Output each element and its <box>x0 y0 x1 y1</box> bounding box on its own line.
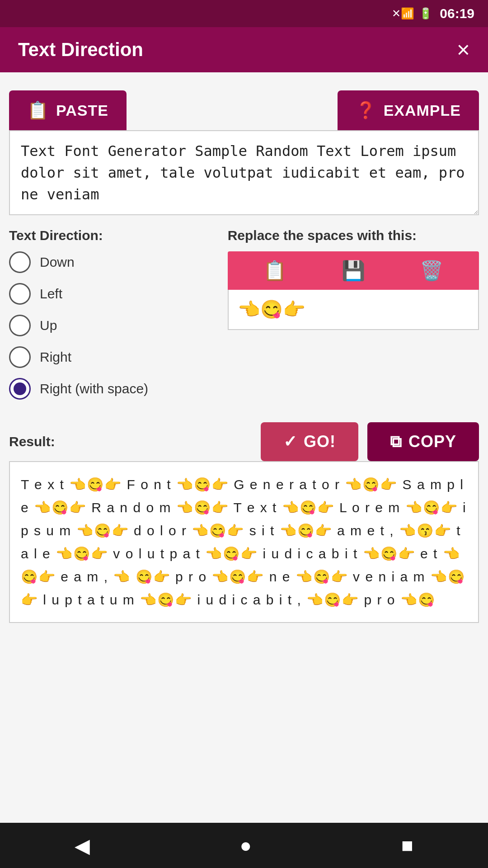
radio-label-right: Right <box>40 349 71 365</box>
status-bar: ✕📶 🔋 06:19 <box>0 0 488 27</box>
clipboard-icon[interactable]: 📋 <box>263 259 286 282</box>
status-time: 06:19 <box>440 6 474 21</box>
main-content: 📋 PASTE ❓ EXAMPLE Text Font Generator Sa… <box>0 72 488 823</box>
nav-bar: ◀ ● ■ <box>0 823 488 868</box>
top-bar: Text Direction × <box>0 27 488 72</box>
emoji-toolbar: 📋 💾 🗑️ <box>228 251 479 290</box>
replace-spaces-panel: Replace the spaces with this: 📋 💾 🗑️ 👈😋👉 <box>228 228 479 410</box>
go-label: GO! <box>304 432 336 451</box>
question-icon: ❓ <box>356 101 376 120</box>
radio-right[interactable]: Right <box>9 346 219 368</box>
radio-label-left: Left <box>40 286 62 302</box>
example-button[interactable]: ❓ EXAMPLE <box>338 90 479 130</box>
radio-circle-down <box>9 251 31 273</box>
radio-right-with-space[interactable]: Right (with space) <box>9 378 219 400</box>
result-area: T e x t 👈😋👉 F o n t 👈😋👉 G e n e r a t o … <box>9 461 479 623</box>
radio-down[interactable]: Down <box>9 251 219 273</box>
paste-button[interactable]: 📋 PASTE <box>9 90 127 130</box>
close-button[interactable]: × <box>457 38 470 61</box>
battery-icon: 🔋 <box>419 7 432 20</box>
back-nav-icon[interactable]: ◀ <box>75 834 90 857</box>
paste-label: PASTE <box>56 102 108 119</box>
text-direction-panel: Text Direction: Down Left Up Right <box>9 228 219 410</box>
replace-spaces-label: Replace the spaces with this: <box>228 228 479 243</box>
go-button[interactable]: ✓ GO! <box>261 422 358 461</box>
result-label: Result: <box>9 434 55 449</box>
page-title: Text Direction <box>18 39 143 61</box>
radio-label-right-with-space: Right (with space) <box>40 381 148 396</box>
status-icons: ✕📶 🔋 <box>392 7 432 20</box>
emoji-preview[interactable]: 👈😋👉 <box>228 290 479 330</box>
recent-nav-icon[interactable]: ■ <box>401 834 413 857</box>
save-icon[interactable]: 💾 <box>342 259 365 282</box>
radio-label-down: Down <box>40 255 75 270</box>
radio-circle-up <box>9 315 31 336</box>
example-label: EXAMPLE <box>384 102 461 119</box>
copy-label: COPY <box>408 432 456 451</box>
radio-up[interactable]: Up <box>9 315 219 336</box>
text-input[interactable]: Text Font Generator Sample Random Text L… <box>9 130 479 215</box>
radio-circle-right-with-space <box>9 378 31 400</box>
radio-left[interactable]: Left <box>9 283 219 305</box>
text-direction-label: Text Direction: <box>9 228 219 243</box>
action-row: Result: ✓ GO! ⧉ COPY <box>9 422 479 461</box>
signal-icon: ✕📶 <box>392 7 414 20</box>
copy-icon: ⧉ <box>390 432 402 451</box>
radio-circle-right <box>9 346 31 368</box>
emoji-preview-text: 👈😋👉 <box>238 299 305 320</box>
copy-button[interactable]: ⧉ COPY <box>367 422 479 461</box>
paste-icon: 📋 <box>27 100 49 120</box>
checkmark-icon: ✓ <box>283 432 297 451</box>
options-row: Text Direction: Down Left Up Right <box>9 228 479 410</box>
radio-circle-left <box>9 283 31 305</box>
radio-dot <box>14 382 26 395</box>
action-buttons-row: 📋 PASTE ❓ EXAMPLE <box>9 90 479 130</box>
home-nav-icon[interactable]: ● <box>239 834 252 857</box>
radio-label-up: Up <box>40 318 57 333</box>
result-text: T e x t 👈😋👉 F o n t 👈😋👉 G e n e r a t o … <box>21 477 467 607</box>
delete-icon[interactable]: 🗑️ <box>420 259 443 282</box>
